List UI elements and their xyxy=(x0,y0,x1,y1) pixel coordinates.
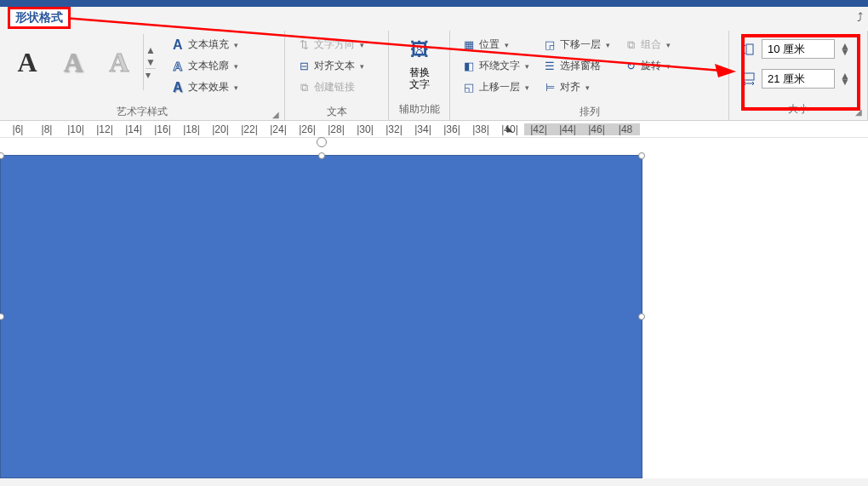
resize-handle-mr[interactable] xyxy=(638,313,645,320)
dropdown-icon: ▾ xyxy=(585,83,590,92)
text-outline-label: 文本轮廓 xyxy=(188,59,229,73)
align-text-label: 对齐文本 xyxy=(314,59,355,73)
rotate-handle[interactable] xyxy=(317,137,327,147)
selection-pane-button[interactable]: ☰ 选择窗格 xyxy=(540,57,614,75)
alt-text-label: 替换 文字 xyxy=(409,66,430,90)
text-effects-button[interactable]: A 文本效果 ▾ xyxy=(168,78,242,96)
group-arrange: ▦ 位置 ▾ ◧ 环绕文字 ▾ ◱ 上移一层 ▾ ◲ 下移一层 xyxy=(450,31,729,120)
bring-forward-button[interactable]: ◱ 上移一层 ▾ xyxy=(459,78,533,96)
selection-pane-icon: ☰ xyxy=(543,60,557,73)
group-size: ▲▼ ▲▼ 大小 ◢ xyxy=(729,31,868,120)
group-label-size: 大小 ◢ xyxy=(729,99,867,120)
height-input[interactable] xyxy=(762,39,835,59)
send-backward-label: 下移一层 xyxy=(560,37,601,52)
share-icon[interactable]: ⤴ xyxy=(857,10,863,24)
text-effects-icon: A xyxy=(171,81,185,94)
wrap-text-icon: ◧ xyxy=(462,60,476,73)
position-label: 位置 xyxy=(479,37,500,52)
rotate-button[interactable]: ↻ 旋转 ▾ xyxy=(620,57,674,75)
link-icon: ⧉ xyxy=(297,81,311,94)
svg-rect-1 xyxy=(744,73,754,80)
create-link-label: 创建链接 xyxy=(314,80,355,94)
group-objects-button[interactable]: ⧉ 组合 ▾ xyxy=(620,36,674,54)
group-label-arrange: 排列 xyxy=(450,101,728,123)
send-backward-icon: ◲ xyxy=(543,38,557,52)
resize-handle-tm[interactable] xyxy=(318,152,325,159)
rotate-label: 旋转 xyxy=(641,59,661,73)
text-effects-label: 文本效果 xyxy=(188,80,229,94)
text-outline-icon: A xyxy=(171,60,185,73)
selected-shape[interactable] xyxy=(0,155,642,478)
group-accessibility: 🖼 替换 文字 辅助功能 xyxy=(389,31,450,120)
wordart-style-3[interactable]: A xyxy=(97,34,141,90)
align-label: 对齐 xyxy=(560,80,580,94)
wrap-text-label: 环绕文字 xyxy=(479,59,520,73)
width-input[interactable] xyxy=(762,69,835,89)
dropdown-icon: ▾ xyxy=(525,83,529,92)
wordart-style-2[interactable]: A xyxy=(51,34,95,90)
dialog-launcher-icon[interactable]: ◢ xyxy=(855,107,862,117)
group-objects-label: 组合 xyxy=(641,37,661,52)
svg-rect-0 xyxy=(746,44,753,54)
dropdown-icon: ▾ xyxy=(360,62,364,71)
resize-handle-ml[interactable] xyxy=(0,313,4,320)
align-text-icon: ⊟ xyxy=(297,60,311,73)
wordart-gallery-expand[interactable]: ▲▼▾ xyxy=(143,34,157,90)
align-button[interactable]: ⊨ 对齐 ▾ xyxy=(540,78,614,96)
group-wordart: A A A ▲▼▾ A 文本填充 ▾ A 文本轮廓 ▾ xyxy=(0,31,285,120)
dropdown-icon: ▾ xyxy=(525,62,529,71)
tab-stop-marker[interactable]: ◣ xyxy=(495,123,524,133)
ribbon: A A A ▲▼▾ A 文本填充 ▾ A 文本轮廓 ▾ xyxy=(0,7,868,121)
width-icon xyxy=(741,71,757,87)
dropdown-icon: ▾ xyxy=(234,41,238,49)
document-canvas[interactable] xyxy=(0,138,868,478)
group-label-text: 文本 xyxy=(285,101,388,123)
align-icon: ⊨ xyxy=(543,81,557,94)
bring-forward-label: 上移一层 xyxy=(479,80,520,94)
dropdown-icon: ▾ xyxy=(666,62,671,71)
dropdown-icon: ▾ xyxy=(234,83,238,92)
position-icon: ▦ xyxy=(462,38,476,52)
alt-text-button[interactable]: 🖼 替换 文字 xyxy=(400,34,439,94)
group-label-wordart: 艺术字样式 ◢ xyxy=(0,101,284,123)
group-text: ⇅ 文字方向 ▾ ⊟ 对齐文本 ▾ ⧉ 创建链接 文本 xyxy=(285,31,389,120)
text-outline-button[interactable]: A 文本轮廓 ▾ xyxy=(168,57,242,75)
width-field-row: ▲▼ xyxy=(741,69,850,89)
wrap-text-button[interactable]: ◧ 环绕文字 ▾ xyxy=(459,57,533,75)
create-link-button[interactable]: ⧉ 创建链接 xyxy=(294,78,368,96)
align-text-button[interactable]: ⊟ 对齐文本 ▾ xyxy=(294,57,368,75)
text-direction-button[interactable]: ⇅ 文字方向 ▾ xyxy=(294,36,368,54)
dropdown-icon: ▾ xyxy=(606,41,610,49)
text-fill-label: 文本填充 xyxy=(188,37,229,52)
group-icon: ⧉ xyxy=(624,38,637,52)
wordart-gallery[interactable]: A A A ▲▼▾ xyxy=(5,34,157,90)
text-fill-icon: A xyxy=(171,38,185,52)
text-direction-icon: ⇅ xyxy=(297,38,311,52)
text-direction-label: 文字方向 xyxy=(314,37,355,52)
rotate-icon: ↻ xyxy=(624,60,637,73)
height-field-row: ▲▼ xyxy=(741,39,850,59)
width-spinner[interactable]: ▲▼ xyxy=(840,73,850,85)
horizontal-ruler[interactable]: |6| |8| |10| |12| |14| |16| |18| |20| |2… xyxy=(0,121,868,138)
height-icon xyxy=(741,42,757,57)
send-backward-button[interactable]: ◲ 下移一层 ▾ xyxy=(540,36,614,54)
wordart-style-1[interactable]: A xyxy=(5,34,49,90)
dropdown-icon: ▾ xyxy=(505,41,509,49)
position-button[interactable]: ▦ 位置 ▾ xyxy=(459,36,533,54)
bring-forward-icon: ◱ xyxy=(462,81,476,94)
text-fill-button[interactable]: A 文本填充 ▾ xyxy=(168,36,242,54)
height-spinner[interactable]: ▲▼ xyxy=(840,43,850,55)
group-label-accessibility: 辅助功能 xyxy=(389,99,449,120)
dropdown-icon: ▾ xyxy=(666,41,671,49)
resize-handle-tr[interactable] xyxy=(638,152,645,159)
title-bar xyxy=(0,0,868,7)
resize-handle-tl[interactable] xyxy=(0,152,4,159)
tab-shape-format[interactable]: 形状格式 xyxy=(15,10,63,24)
alt-text-icon: 🖼 xyxy=(407,37,432,63)
dropdown-icon: ▾ xyxy=(234,62,238,71)
dropdown-icon: ▾ xyxy=(360,41,364,49)
tab-shape-format-highlight: 形状格式 xyxy=(8,7,71,29)
selection-pane-label: 选择窗格 xyxy=(560,59,601,73)
dialog-launcher-icon[interactable]: ◢ xyxy=(272,110,279,119)
